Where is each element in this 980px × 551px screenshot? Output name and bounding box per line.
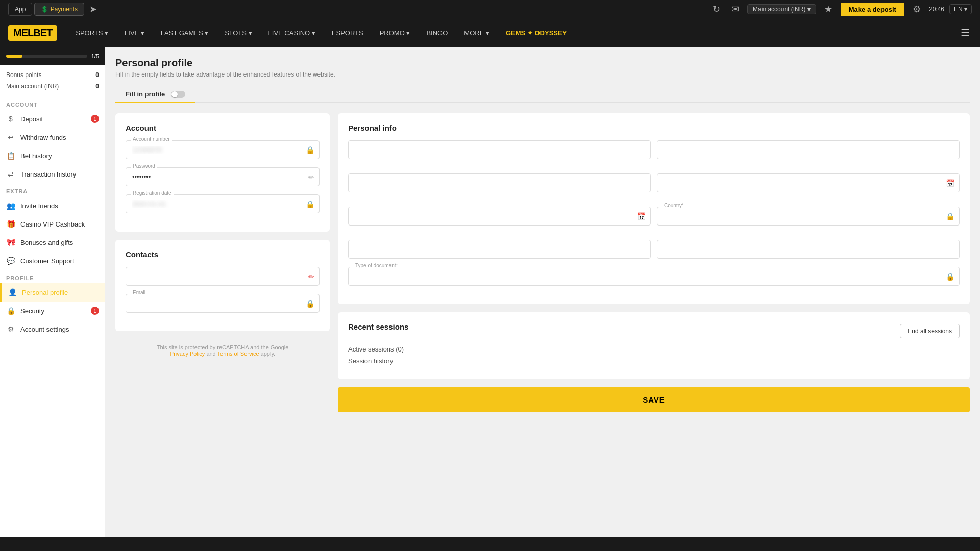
sidebar-stats: Bonus points 0 Main account (INR) 0	[0, 65, 105, 96]
page-title: Personal profile	[115, 57, 970, 69]
main-account-value: 0	[95, 83, 99, 90]
country-input[interactable]: India	[657, 207, 960, 226]
bonus-points-stat: Bonus points 0	[6, 69, 99, 81]
logo-nav: MELBET SPORTS ▾ LIVE ▾ FAST GAMES ▾ SLOT…	[0, 18, 980, 47]
field3	[348, 173, 651, 192]
nav-sports[interactable]: SPORTS ▾	[67, 18, 116, 47]
account-settings-icon: ⚙	[6, 325, 15, 333]
star-icon[interactable]: ★	[821, 3, 836, 16]
lock-icon-2: 🔒	[306, 200, 314, 208]
account-number-input[interactable]	[126, 140, 320, 159]
top-nav-left: App 💲 Payments ➤	[8, 3, 100, 16]
terms-of-service-link[interactable]: Terms of Service	[217, 350, 259, 357]
phone-input[interactable]	[126, 267, 320, 286]
hamburger-icon[interactable]: ☰	[950, 27, 980, 39]
casino-vip-icon: 🎁	[6, 220, 15, 228]
app-button[interactable]: App	[8, 3, 32, 16]
type-of-document-field: Type of document* 🔒	[348, 267, 960, 286]
password-label: Password	[131, 163, 157, 169]
sidebar-item-invite-friends[interactable]: 👥 Invite friends	[0, 196, 105, 215]
page-subtitle: Fill in the empty fields to take advanta…	[115, 71, 970, 78]
last-name-input[interactable]	[657, 140, 960, 159]
tab-bar: Fill in profile	[115, 86, 970, 103]
registration-date-input[interactable]	[126, 194, 320, 213]
sidebar-item-casino-vip[interactable]: 🎁 Casino VIP Cashback	[0, 215, 105, 233]
settings-icon[interactable]: ⚙	[910, 3, 924, 16]
password-input[interactable]: ••••••••	[126, 167, 320, 186]
main-account-stat: Main account (INR) 0	[6, 81, 99, 92]
top-nav: App 💲 Payments ➤ ↻ ✉ Main account (INR) …	[0, 0, 980, 18]
field7-input[interactable]	[348, 240, 651, 259]
lock-icon-3: 🔒	[306, 299, 314, 308]
nav-gems-odyssey[interactable]: GEMS ✦ ODYSSEY	[498, 18, 575, 47]
sidebar-item-security[interactable]: 🔒 Security 1	[0, 302, 105, 320]
account-section-box: Account Account number 🔒 Password ••••••…	[115, 113, 330, 232]
withdraw-label: Withdraw funds	[20, 134, 66, 141]
first-name-input[interactable]	[348, 140, 651, 159]
nav-more[interactable]: MORE ▾	[456, 18, 498, 47]
calendar-icon[interactable]: 📅	[946, 179, 954, 187]
refresh-icon[interactable]: ↻	[709, 3, 723, 16]
make-deposit-button[interactable]: Make a deposit	[841, 3, 904, 16]
session-history: Session history	[348, 357, 960, 365]
city-input[interactable]	[348, 207, 651, 226]
active-sessions: Active sessions (0)	[348, 345, 960, 353]
sidebar-item-account-settings[interactable]: ⚙ Account settings	[0, 320, 105, 338]
nav-live-casino[interactable]: LIVE CASINO ▾	[260, 18, 324, 47]
sidebar-item-personal-profile[interactable]: 👤 Personal profile	[0, 283, 105, 302]
account-number-field: Account number 🔒	[126, 140, 320, 159]
bet-history-icon: 📋	[6, 152, 15, 160]
security-label: Security	[20, 307, 44, 315]
contacts-section-title: Contacts	[126, 250, 320, 259]
privacy-policy-link[interactable]: Privacy Policy	[170, 350, 205, 357]
send-icon-button[interactable]: ➤	[86, 3, 100, 16]
phone-field: ✏	[126, 267, 320, 286]
edit-icon[interactable]: ✏	[308, 173, 314, 181]
sidebar-item-customer-support[interactable]: 💬 Customer Support	[0, 252, 105, 270]
sidebar-item-bonuses[interactable]: 🎀 Bonuses and gifts	[0, 233, 105, 252]
lang-button[interactable]: EN ▾	[949, 4, 972, 14]
main-layout: 1/5 Bonus points 0 Main account (INR) 0 …	[0, 47, 980, 537]
sidebar-item-deposit[interactable]: $ Deposit 1	[0, 110, 105, 128]
nav-bingo[interactable]: BINGO	[418, 18, 456, 47]
sidebar-item-transaction-history[interactable]: ⇄ Transaction history	[0, 165, 105, 183]
logo[interactable]: MELBET	[8, 25, 57, 41]
field8-input[interactable]	[657, 240, 960, 259]
lock-icon: 🔒	[306, 146, 314, 154]
nav-fast-games[interactable]: FAST GAMES ▾	[153, 18, 216, 47]
support-icon: 💬	[6, 257, 15, 265]
main-content: Personal profile Fill in the empty field…	[105, 47, 980, 537]
phone-edit-icon[interactable]: ✏	[308, 272, 314, 281]
transaction-icon: ⇄	[6, 170, 15, 178]
nav-slots[interactable]: SLOTS ▾	[216, 18, 260, 47]
type-of-document-input[interactable]	[348, 267, 960, 286]
field4-input[interactable]	[657, 173, 960, 192]
payments-button[interactable]: 💲 Payments	[34, 3, 84, 16]
deposit-badge: 1	[91, 115, 99, 123]
bonuses-label: Bonuses and gifts	[20, 239, 73, 246]
account-info[interactable]: Main account (INR) ▾	[747, 4, 816, 14]
field8	[657, 240, 960, 259]
end-all-sessions-button[interactable]: End all sessions	[900, 324, 960, 338]
nav-live[interactable]: LIVE ▾	[116, 18, 153, 47]
registration-date-field: Registration date 🔒	[126, 194, 320, 213]
country-label: Country*	[662, 203, 686, 208]
country-field: Country* India 🔒	[657, 207, 960, 226]
save-button[interactable]: SAVE	[338, 387, 970, 412]
calendar-icon-2[interactable]: 📅	[637, 212, 646, 220]
email-label: Email	[131, 290, 148, 295]
tab-fill-profile[interactable]: Fill in profile	[115, 86, 195, 103]
email-input[interactable]	[126, 294, 320, 313]
sidebar-item-bet-history[interactable]: 📋 Bet history	[0, 146, 105, 165]
first-name-field	[348, 140, 651, 159]
nav-promo[interactable]: PROMO ▾	[372, 18, 419, 47]
field3-input[interactable]	[348, 173, 651, 192]
sessions-section-box: Recent sessions End all sessions Active …	[338, 312, 970, 379]
lock-icon-5: 🔒	[946, 272, 954, 281]
account-settings-label: Account settings	[20, 325, 69, 333]
mail-icon[interactable]: ✉	[728, 3, 742, 16]
sidebar-item-withdraw[interactable]: ↩ Withdraw funds	[0, 128, 105, 146]
nav-esports[interactable]: ESPORTS	[324, 18, 372, 47]
city-field: 📅	[348, 207, 651, 226]
extra-section-label: EXTRA	[0, 183, 105, 196]
